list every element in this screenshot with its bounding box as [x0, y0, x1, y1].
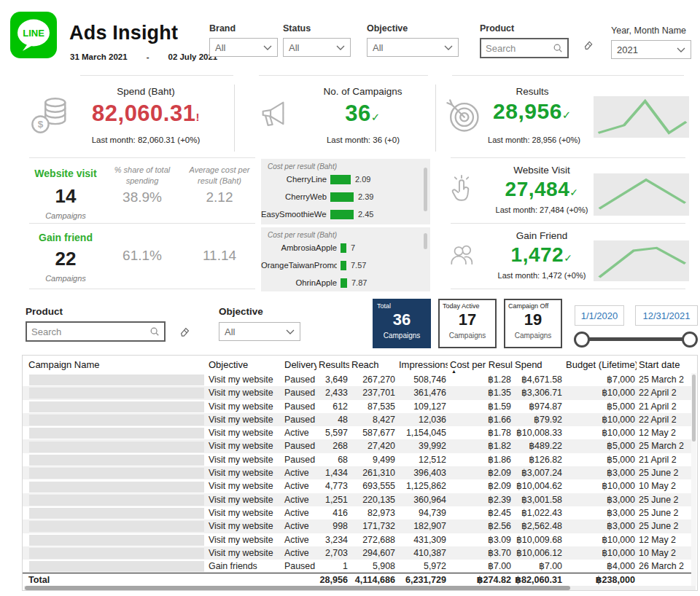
table-horizontal-scrollbar[interactable]	[24, 586, 696, 590]
today-active-button[interactable]: Today Active 17 Campaigns	[438, 299, 497, 348]
cell-cost: ฿7.00	[448, 560, 513, 573]
kpi-spend-value: 82,060.31!	[80, 101, 211, 127]
col-impressions[interactable]: Impressions	[397, 356, 448, 373]
year-month-dropdown[interactable]: 2021	[611, 40, 691, 59]
website-visit-value: 27,484✓	[481, 178, 602, 201]
cell-spend: ฿974.87	[513, 400, 564, 413]
cell-impressions: 396,403	[397, 466, 448, 479]
kpi-campaigns-subtext: Last month: 36 (+0)	[305, 136, 421, 144]
chart-scrollbar[interactable]	[424, 168, 427, 211]
alert-indicator: !	[195, 111, 200, 123]
toolbar-product-search-input[interactable]	[31, 326, 149, 337]
range-end-date[interactable]: 12/31/2021	[635, 305, 698, 326]
ads-insight-dashboard: LINE Ads Insight 31 March 2021-02 July 2…	[0, 0, 700, 596]
objective-dropdown[interactable]: All	[367, 38, 459, 57]
col-spend[interactable]: Spend	[513, 356, 564, 373]
eraser-icon[interactable]	[583, 39, 594, 53]
bar-value: 2.39	[358, 192, 373, 201]
col-reach[interactable]: Reach	[349, 356, 397, 373]
col-results[interactable]: Results	[316, 356, 349, 373]
col-cost-per-result[interactable]: Cost per Result▲	[448, 356, 513, 373]
table-row[interactable]: Visit my websiteActive1,434261,310396,40…	[23, 466, 693, 479]
table-row[interactable]: Visit my websiteActive3,234272,688431,30…	[23, 533, 693, 546]
table-row[interactable]: Visit my websitePaused689,49912,512฿1.86…	[23, 453, 693, 466]
cell-impressions: 5,972	[397, 560, 448, 573]
table-row[interactable]: Visit my websitePaused488,42712,036฿1.66…	[23, 413, 693, 426]
cell-budget: ฿3,000	[564, 506, 637, 519]
scrollbar-thumb[interactable]	[692, 375, 696, 442]
cell-objective: Visit my website	[206, 519, 282, 533]
date-separator: -	[147, 52, 149, 61]
table-row[interactable]: Visit my websiteActive2,703294,607410,38…	[23, 546, 693, 560]
cell-campaign	[23, 533, 206, 546]
cell-delivery: Active	[282, 493, 316, 506]
total-campaigns-button[interactable]: Total 36 Campaigns	[373, 299, 431, 348]
cell-reach: 171,732	[349, 519, 397, 533]
table-row[interactable]: Visit my websiteActive4,773693,5551,125,…	[23, 479, 693, 493]
cell-spend: ฿4,671.58	[513, 373, 564, 386]
chart-scrollbar[interactable]	[424, 233, 427, 249]
filter-product: Product	[480, 23, 569, 58]
cell-cost: ฿2.09	[448, 466, 513, 479]
cell-spend: ฿126.82	[513, 453, 564, 466]
table-row[interactable]: Visit my websiteActive5,597587,6771,154,…	[23, 426, 693, 439]
cell-campaign	[23, 426, 206, 439]
bar-row[interactable]: OrangeTaiwanPromoti...7.57	[261, 256, 430, 274]
bar-row[interactable]: EasySmoothieWeb2.45	[261, 205, 430, 223]
table-row[interactable]: Visit my websiteActive998171,732182,907฿…	[23, 519, 693, 533]
cell-objective: Visit my website	[206, 506, 282, 519]
bar-row[interactable]: CherryWeb2.39	[261, 188, 430, 205]
cell-spend: ฿3,007.24	[513, 466, 564, 479]
cell-results: 2,703	[316, 546, 349, 560]
bar[interactable]	[341, 278, 347, 288]
cell-start-date: 25 March 2	[637, 373, 693, 386]
table-row[interactable]: Visit my websitePaused3,649267,270508,74…	[23, 373, 693, 386]
bar[interactable]	[341, 261, 346, 270]
date-slider-handle-start[interactable]	[574, 332, 590, 348]
table-row[interactable]: Visit my websiteActive41682,97394,739฿2.…	[23, 506, 693, 519]
redacted-campaign-name	[29, 508, 204, 519]
cell-campaign	[23, 546, 206, 560]
cell-cost: ฿2.09	[448, 479, 513, 493]
bar-row[interactable]: CherryLine2.09	[261, 170, 430, 188]
bar[interactable]	[330, 175, 351, 184]
cell-objective: Visit my website	[206, 453, 282, 466]
bar-row[interactable]: OhrinApple7.87	[261, 274, 430, 291]
status-dropdown[interactable]: All	[283, 38, 351, 57]
scrollbar-thumb[interactable]	[25, 586, 570, 590]
col-objective[interactable]: Objective	[206, 356, 282, 373]
table-row[interactable]: Visit my websiteActive1,251220,135360,96…	[23, 493, 693, 506]
brand-dropdown[interactable]: All	[209, 38, 278, 57]
bar[interactable]	[330, 210, 354, 219]
col-start-date[interactable]: Start date	[637, 356, 693, 373]
cell-start-date: 25 June 2	[637, 506, 693, 519]
cell-delivery: Active	[282, 466, 316, 479]
range-start-date[interactable]: 1/1/2020	[575, 305, 624, 326]
coins-dollar-icon: $	[29, 95, 71, 140]
product-search-input[interactable]	[486, 43, 553, 54]
campaign-off-button[interactable]: Campaign Off 19 Campaigns	[504, 299, 562, 348]
table-row[interactable]: Visit my websitePaused26827,42039,992฿1.…	[23, 439, 693, 452]
col-delivery[interactable]: Delivery	[282, 356, 316, 373]
people-icon	[446, 240, 478, 274]
megaphone-icon	[257, 96, 295, 137]
bar-row[interactable]: AmbrosiaApple7	[261, 239, 430, 256]
col-campaign-name[interactable]: Campaign Name	[23, 356, 206, 373]
table-vertical-scrollbar[interactable]	[691, 373, 696, 586]
toolbar-objective-dropdown[interactable]: All	[219, 322, 300, 341]
cell-start-date: 21 April 2	[637, 453, 693, 466]
col-budget[interactable]: Budget (Lifetime)	[564, 356, 637, 373]
cell-results: 3,649	[316, 373, 349, 386]
cell-cost: ฿2.45	[448, 506, 513, 519]
eraser-icon[interactable]	[179, 326, 191, 340]
table-row[interactable]: Gain friendsPaused15,9085,972฿7.00฿7.00฿…	[23, 560, 693, 573]
bar-value: 7.87	[351, 278, 367, 287]
table-row[interactable]: Visit my websitePaused2,433237,701361,47…	[23, 386, 693, 399]
bar[interactable]	[341, 243, 346, 253]
table-row[interactable]: Visit my websitePaused61287,535109,127฿1…	[23, 400, 693, 413]
date-slider-handle-end[interactable]	[682, 332, 698, 348]
cell-reach: 5,908	[349, 560, 397, 573]
bar-label: CherryLine	[261, 175, 327, 184]
cell-spend: ฿10,009.68	[513, 533, 564, 546]
bar[interactable]	[330, 192, 354, 202]
